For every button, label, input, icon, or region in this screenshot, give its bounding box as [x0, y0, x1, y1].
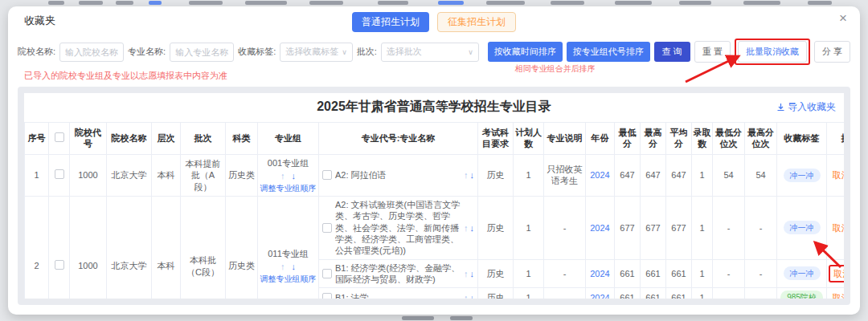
cell-year[interactable]: 2024 — [586, 154, 615, 197]
row-checkbox[interactable] — [55, 260, 64, 270]
major-move-down-icon[interactable]: ↓ — [470, 268, 475, 279]
bg-text-fragment — [79, 1, 103, 5]
cell-action: 取消收藏 — [827, 259, 845, 288]
select-all-checkbox[interactable] — [55, 132, 64, 142]
adjust-group-order-link[interactable]: 调整专业组顺序 — [260, 274, 317, 284]
cell-seq: 2 — [25, 197, 49, 299]
cell-major-name: B1: 法学 ↑↓ — [319, 288, 478, 299]
header-plan-count: 计划人数 — [514, 123, 544, 155]
collect-plan-button[interactable]: 征集招生计划 — [437, 12, 516, 32]
header-major-name: 专业代号:专业名称 — [319, 123, 478, 155]
group-move-up-icon[interactable]: ↑ — [280, 261, 285, 272]
adjust-group-order-link[interactable]: 调整专业组顺序 — [260, 183, 317, 193]
bg-text-fragment — [402, 316, 434, 320]
header-major-note: 专业说明 — [544, 123, 586, 155]
cell-plan-count: 1 — [514, 154, 544, 197]
bg-text-fragment — [743, 1, 780, 5]
major-move-up-icon[interactable]: ↑ — [464, 268, 469, 279]
header-level: 层次 — [152, 123, 181, 155]
major-name-text: B1: 经济学类(经济学、金融学、国际经济与贸易、财政学) — [335, 262, 461, 286]
cancel-favorite-link[interactable]: 取消收藏 — [833, 293, 845, 299]
cell-major-name: A2: 文科试验班类(中国语言文学类、考古学、历史学类、哲学类、社会学类、法学、… — [319, 197, 478, 259]
cell-year[interactable]: 2024 — [586, 197, 615, 259]
cell-max-rank: - — [745, 197, 777, 259]
share-button[interactable]: 分 享 — [814, 41, 850, 63]
cancel-favorite-link[interactable]: 取消收藏 — [833, 170, 845, 180]
reset-button[interactable]: 重 置 — [694, 41, 731, 63]
import-favorites-label: 导入收藏夹 — [788, 100, 836, 114]
major-move-up-icon[interactable]: ↑ — [464, 222, 469, 234]
major-move-up-icon[interactable]: ↑ — [464, 292, 469, 299]
school-name-input[interactable] — [59, 43, 124, 62]
cell-min-rank: - — [713, 288, 745, 299]
cell-checkbox — [49, 197, 70, 299]
header-action: 操作 — [827, 123, 845, 155]
tag-select[interactable]: 选择收藏标签∨ — [280, 43, 353, 62]
catalog-title: 2025年甘肃省普通高等学校招生专业目录 — [24, 93, 844, 122]
cell-year[interactable]: 2024 — [586, 288, 615, 299]
header-max-score: 最高分 — [641, 123, 666, 155]
bg-text-fragment — [808, 1, 832, 5]
group-move-down-icon[interactable]: ↓ — [292, 261, 297, 272]
major-name-input[interactable] — [170, 43, 234, 62]
cell-avg-score: 647 — [666, 154, 692, 197]
sort-by-group-code-button[interactable]: 按专业组代号排序 — [567, 42, 650, 62]
major-checkbox[interactable] — [322, 170, 332, 180]
cell-max-score: 677 — [641, 197, 666, 259]
cell-max-rank: - — [745, 288, 777, 299]
major-checkbox[interactable] — [322, 269, 332, 278]
header-seq: 序号 — [25, 123, 49, 155]
bg-text-fragment — [551, 1, 584, 5]
modal-header: 收藏夹 普通招生计划 征集招生计划 × — [8, 6, 860, 32]
cell-admit-count: 1 — [692, 154, 713, 197]
cell-major-name: A2: 阿拉伯语 ↑↓ — [319, 154, 478, 197]
plan-tabs: 普通招生计划 征集招生计划 — [352, 12, 516, 32]
major-move-down-icon[interactable]: ↓ — [470, 292, 475, 299]
cell-batch: 本科提前批（A段） — [181, 154, 226, 197]
major-checkbox[interactable] — [322, 293, 332, 299]
table-panel: 2025年甘肃省普通高等学校招生专业目录 导入收藏夹 序号 院 — [18, 87, 850, 305]
cancel-favorite-link[interactable]: 取消收藏 — [833, 269, 844, 278]
normal-plan-button[interactable]: 普通招生计划 — [352, 12, 429, 32]
sort-buttons: 按收藏时间排序 按专业组代号排序 相同专业组合并后排序 — [488, 42, 650, 62]
sort-hint-text: 相同专业组合并后排序 — [515, 63, 596, 75]
cell-min-rank: - — [713, 259, 745, 288]
cell-max-score: 647 — [641, 154, 666, 197]
cell-checkbox — [49, 154, 70, 197]
bg-text-fragment — [378, 1, 408, 5]
header-min-score: 最低分 — [615, 123, 641, 155]
header-tag: 收藏标签 — [777, 123, 827, 155]
cell-plan-count: 1 — [514, 288, 544, 299]
cell-exam-req: 历史 — [478, 259, 514, 288]
search-button[interactable]: 查 询 — [654, 42, 690, 62]
major-move-down-icon[interactable]: ↓ — [470, 169, 475, 181]
cell-major-note: - — [544, 259, 586, 288]
major-move-up-icon[interactable]: ↑ — [464, 169, 469, 181]
major-name-label: 专业名称: — [128, 46, 166, 58]
close-icon[interactable]: × — [839, 11, 847, 25]
batch-cancel-highlight-box: 批量取消收藏 — [735, 39, 810, 65]
cell-year[interactable]: 2024 — [586, 259, 615, 288]
table-card: 2025年甘肃省普通高等学校招生专业目录 导入收藏夹 序号 院 — [24, 93, 844, 299]
bg-text-fragment — [116, 1, 133, 5]
cell-tag: 冲一冲 — [777, 154, 827, 197]
bg-text-fragment — [679, 1, 711, 5]
import-favorites-link[interactable]: 导入收藏夹 — [776, 100, 836, 114]
batch-cancel-favorite-button[interactable]: 批量取消收藏 — [738, 41, 807, 63]
cancel-favorite-link[interactable]: 取消收藏 — [833, 223, 845, 233]
download-icon — [776, 103, 785, 112]
cell-action: 取消收藏 — [827, 288, 845, 299]
cell-exam-req: 历史 — [478, 197, 514, 259]
major-checkbox[interactable] — [322, 223, 332, 233]
cell-min-rank: - — [713, 197, 745, 259]
header-school-name: 院校名称 — [107, 123, 152, 155]
row-checkbox[interactable] — [55, 169, 64, 179]
cell-min-score: 677 — [615, 197, 641, 259]
table-row: 2 1000 北京大学 本科 本科批（C段） 历史类 011专业组 ↑↓ 调整专… — [25, 197, 845, 259]
sort-by-time-button[interactable]: 按收藏时间排序 — [488, 42, 563, 62]
group-move-up-icon[interactable]: ↑ — [280, 170, 285, 181]
batch-select-placeholder: 选择批次 — [387, 46, 422, 58]
group-move-down-icon[interactable]: ↓ — [292, 170, 297, 181]
batch-select[interactable]: 选择批次∨ — [381, 43, 479, 62]
major-move-down-icon[interactable]: ↓ — [470, 222, 475, 234]
